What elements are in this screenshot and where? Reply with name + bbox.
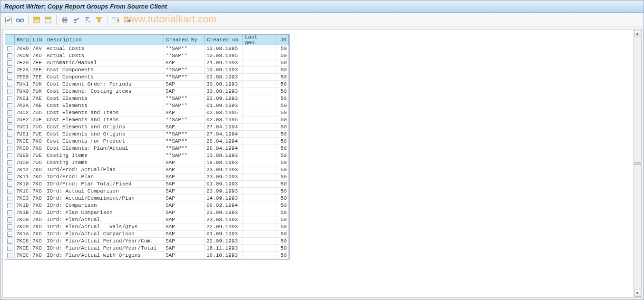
cell-description: IOrd: Plan/Actual Comparison — [45, 231, 164, 237]
table-row[interactable]: 7KO37KOIOrd: Actual/Commitment/PlanSAP14… — [5, 195, 289, 202]
table-row[interactable]: 7KO97KOIOrd: Plan/Actual - Vals/QtysSAP2… — [5, 223, 289, 231]
table-row[interactable]: 7UO07UOCosting ItemsSAP19.08.199350 — [5, 159, 289, 166]
col-last-gen[interactable]: Last gen. — [243, 35, 275, 45]
cell-rgrp: 7UE0 — [15, 152, 31, 159]
row-checkbox[interactable] — [5, 195, 15, 202]
cell-created-on: 10.08.1995 — [205, 45, 243, 52]
row-checkbox[interactable] — [5, 209, 15, 216]
row-checkbox[interactable] — [5, 131, 15, 137]
row-checkbox[interactable] — [5, 59, 15, 66]
table-row[interactable]: 7KVD7KVActual Costs**SAP**10.08.199550 — [5, 45, 289, 52]
table-row[interactable]: 7K127KOIOrd/Prod: Actual/PlanSAP23.09.19… — [5, 166, 289, 174]
row-checkbox[interactable] — [5, 159, 15, 166]
row-checkbox[interactable] — [5, 245, 15, 252]
cell-lib: 7UK — [31, 81, 45, 87]
row-checkbox[interactable] — [5, 45, 15, 52]
row-checkbox[interactable] — [5, 216, 15, 223]
row-checkbox[interactable] — [5, 174, 15, 180]
table-row[interactable]: 7K1C7KOIOrd: Actual ComparisonSAP23.09.1… — [5, 188, 289, 195]
table-row[interactable]: 7K1A7KOIOrd: Plan/Actual ComparisonSAP01… — [5, 231, 289, 238]
col-description[interactable]: Description — [45, 35, 164, 45]
cell-rgrp: 7UO2 — [15, 109, 31, 116]
print-icon[interactable] — [59, 15, 70, 25]
sort-desc-icon[interactable] — [82, 15, 93, 25]
cell-lib: 7KO — [31, 216, 45, 223]
table-row[interactable]: 7KO07KOIOrd: Plan/ActualSAP23.08.199350 — [5, 216, 289, 223]
cell-lib: 7KO — [31, 52, 45, 59]
table-row[interactable]: 7KOE7KOIOrd: Plan/Actual Period/Year/Tot… — [5, 245, 289, 252]
cell-created-on: 23.09.1993 — [205, 166, 243, 173]
col-created-by[interactable]: Created By — [164, 35, 205, 45]
table-row[interactable]: 7E2D7EEAutomatic/ManualSAP21.09.199350 — [5, 59, 289, 67]
scroll-up-icon[interactable]: ▲ — [634, 30, 641, 37]
mail-icon[interactable] — [110, 15, 121, 25]
table-row[interactable]: 7EE07EECost Components**SAP**02.08.19935… — [5, 74, 289, 81]
table-row[interactable]: 7KOC7KOIOrd: Plan/Actual with OriginsSAP… — [5, 252, 289, 259]
col-rgrp[interactable]: RGrp — [15, 35, 31, 45]
svg-rect-18 — [124, 17, 128, 18]
filter-icon[interactable] — [94, 15, 104, 25]
table-row[interactable]: 7K107KOIOrd/Prod: Plan Total/FixedSAP01.… — [5, 181, 289, 188]
glasses-icon[interactable] — [15, 15, 25, 25]
export-icon[interactable] — [122, 15, 132, 25]
row-checkbox[interactable] — [5, 52, 15, 59]
row-checkbox[interactable] — [5, 145, 15, 152]
table-row[interactable]: 7K1B7KOIOrd: Plan ComparisonSAP23.09.199… — [5, 209, 289, 216]
vertical-scrollbar[interactable]: ▲ ▼ — [633, 29, 641, 297]
cell-description: Cost Elements and Items — [45, 109, 164, 116]
table-row[interactable]: 7UK17UKCost Element Order: PeriodsSAP30.… — [5, 81, 289, 88]
table-row[interactable]: 7K117KOIOrd/Prod: PlanSAP23.09.199350 — [5, 174, 289, 181]
cell-last-gen — [243, 145, 275, 152]
svg-rect-5 — [34, 19, 39, 20]
table-row[interactable]: 7KO87KOIOrd: Plan/Actual Period/Year/Cum… — [5, 238, 289, 245]
row-checkbox[interactable] — [5, 74, 15, 80]
row-checkbox[interactable] — [5, 124, 15, 130]
deselect-all-icon[interactable] — [43, 15, 53, 25]
row-checkbox[interactable] — [5, 81, 15, 87]
table-row[interactable]: 7UE07UECosting Items**SAP**10.08.199350 — [5, 152, 289, 159]
select-all-icon[interactable] — [31, 15, 42, 25]
cell-created-by: SAP — [164, 202, 205, 209]
row-checkbox[interactable] — [5, 95, 15, 102]
table-row[interactable]: 7UO27UOCost Elements and ItemsSAP02.08.1… — [5, 109, 289, 116]
sort-asc-icon[interactable] — [71, 15, 81, 25]
row-checkbox[interactable] — [5, 102, 15, 109]
row-checkbox[interactable] — [5, 138, 15, 145]
row-checkbox[interactable] — [5, 88, 15, 95]
scroll-track[interactable] — [634, 38, 641, 289]
col-lib[interactable]: Lib — [31, 35, 45, 45]
check-icon[interactable] — [3, 15, 14, 25]
row-checkbox[interactable] — [5, 252, 15, 259]
cell-js: 50 — [275, 174, 289, 180]
scroll-thumb[interactable] — [634, 162, 641, 165]
cell-lib: 7KO — [31, 181, 45, 187]
table-row[interactable]: 7UO17UOCost Elements and OriginsSAP27.04… — [5, 124, 289, 131]
col-js[interactable]: JS — [275, 35, 289, 45]
table-row[interactable]: 7KON7KOActual Costs**SAP**10.08.199550 — [5, 52, 289, 59]
row-checkbox[interactable] — [5, 188, 15, 194]
scroll-down-icon[interactable]: ▼ — [634, 290, 641, 297]
row-checkbox[interactable] — [5, 152, 15, 159]
table-row[interactable]: 7KE17KECost Elements**SAP**22.09.199350 — [5, 95, 289, 102]
row-checkbox[interactable] — [5, 238, 15, 244]
table-row[interactable]: 7UE17UECost Elements and Origins**SAP**2… — [5, 131, 289, 138]
row-checkbox[interactable] — [5, 67, 15, 73]
row-checkbox[interactable] — [5, 223, 15, 230]
table-row[interactable]: 7E2A7EECost Components**SAP**10.09.19935… — [5, 67, 289, 74]
row-checkbox[interactable] — [5, 109, 15, 116]
table-row[interactable]: 7K0O7K0Cost Elements: Plan/Actual**SAP**… — [5, 145, 289, 152]
table-row[interactable]: 7UE27UECost Elements and Items**SAP**02.… — [5, 116, 289, 124]
row-checkbox[interactable] — [5, 116, 15, 123]
cell-js: 50 — [275, 231, 289, 237]
cell-js: 50 — [275, 152, 289, 159]
table-row[interactable]: 7K1D7KOIOrd: ComparisonSAP08.02.199450 — [5, 202, 289, 209]
row-checkbox[interactable] — [5, 166, 15, 173]
cell-created-by: SAP — [164, 174, 205, 180]
row-checkbox[interactable] — [5, 181, 15, 187]
table-row[interactable]: 7K2A7KECost Elements**SAP**01.09.199350 — [5, 102, 289, 109]
row-checkbox[interactable] — [5, 202, 15, 209]
col-created-on[interactable]: Created on — [205, 35, 243, 45]
table-row[interactable]: 7K0E7K0Cost Elements for Product**SAP**2… — [5, 138, 289, 145]
table-row[interactable]: 7UK07UKCost Element: Costing itemsSAP30.… — [5, 88, 289, 95]
row-checkbox[interactable] — [5, 231, 15, 237]
